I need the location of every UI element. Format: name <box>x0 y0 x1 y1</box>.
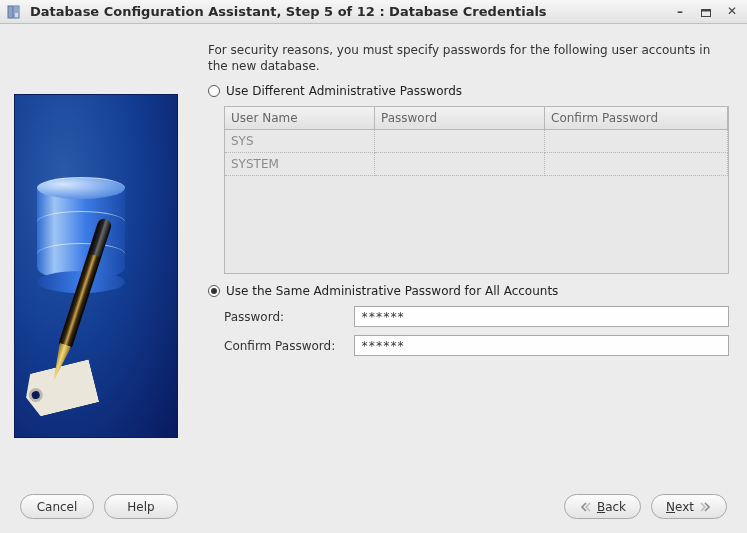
wizard-graphic <box>14 94 178 438</box>
page-title: Database Configuration Assistant, Step 5… <box>30 4 663 19</box>
next-mnemonic: N <box>666 500 675 514</box>
option-different-passwords: Use Different Administrative Passwords U… <box>208 84 729 274</box>
back-button[interactable]: Back <box>564 494 641 519</box>
credentials-table: User Name Password Confirm Password SYS … <box>224 106 729 274</box>
svg-rect-6 <box>702 9 711 11</box>
cell-user: SYS <box>225 130 375 153</box>
option-same-password: Use the Same Administrative Password for… <box>208 284 729 356</box>
cell-password[interactable] <box>375 153 545 176</box>
radio-different-passwords[interactable] <box>208 85 220 97</box>
maximize-icon[interactable] <box>697 4 715 20</box>
footer: Cancel Help Back Next <box>0 486 747 533</box>
col-confirm: Confirm Password <box>545 107 728 130</box>
svg-rect-0 <box>8 6 13 18</box>
col-user: User Name <box>225 107 375 130</box>
intro-text: For security reasons, you must specify p… <box>208 42 729 74</box>
cell-confirm[interactable] <box>545 153 728 176</box>
table-row: SYS <box>225 130 728 153</box>
radio-different-label: Use Different Administrative Passwords <box>226 84 462 98</box>
chevron-left-icon <box>579 502 591 512</box>
back-mnemonic: B <box>597 500 605 514</box>
wizard-side-panel <box>14 34 178 480</box>
cell-user: SYSTEM <box>225 153 375 176</box>
main-panel: For security reasons, you must specify p… <box>208 34 729 480</box>
next-button[interactable]: Next <box>651 494 727 519</box>
radio-same-label: Use the Same Administrative Password for… <box>226 284 558 298</box>
chevron-right-icon <box>700 502 712 512</box>
back-rest: ack <box>605 500 626 514</box>
table-row: SYSTEM <box>225 153 728 176</box>
titlebar: Database Configuration Assistant, Step 5… <box>0 0 747 24</box>
cell-password[interactable] <box>375 130 545 153</box>
confirm-password-input[interactable]: ****** <box>354 335 729 356</box>
minimize-icon[interactable]: – <box>671 4 689 20</box>
close-icon[interactable]: ✕ <box>723 4 741 20</box>
window-body: For security reasons, you must specify p… <box>0 24 747 533</box>
col-password: Password <box>375 107 545 130</box>
next-rest: ext <box>675 500 694 514</box>
password-input[interactable]: ****** <box>354 306 729 327</box>
cell-confirm[interactable] <box>545 130 728 153</box>
password-label: Password: <box>224 310 348 324</box>
confirm-password-label: Confirm Password: <box>224 339 348 353</box>
app-icon <box>6 4 22 20</box>
help-button[interactable]: Help <box>104 494 178 519</box>
cancel-button[interactable]: Cancel <box>20 494 94 519</box>
radio-same-password[interactable] <box>208 285 220 297</box>
table-header: User Name Password Confirm Password <box>225 107 728 130</box>
